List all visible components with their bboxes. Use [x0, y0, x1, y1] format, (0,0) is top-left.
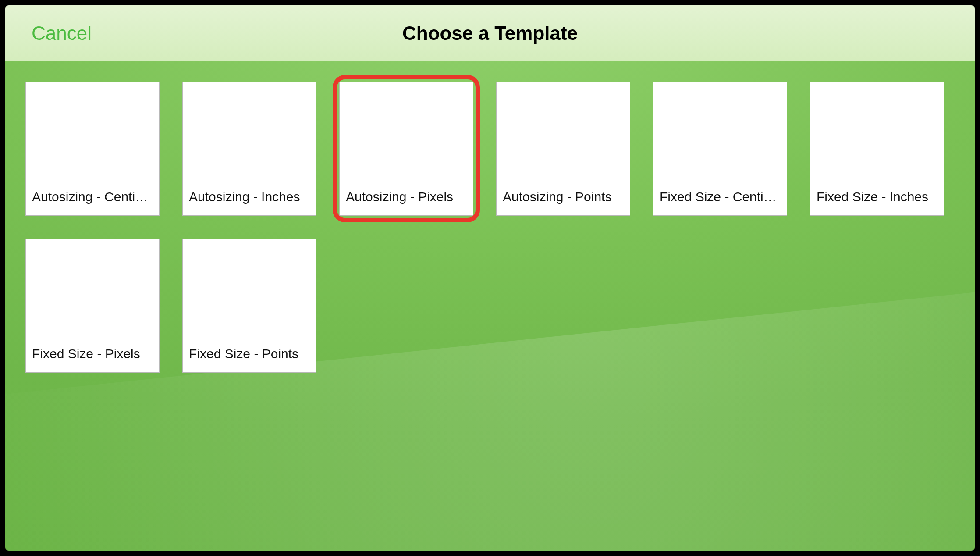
template-preview	[183, 239, 316, 335]
template-card[interactable]: Autosizing - Points	[496, 82, 630, 216]
template-label: Fixed Size - Inches	[810, 178, 944, 215]
template-card[interactable]: Autosizing - Centi…	[25, 82, 160, 216]
app-frame: Cancel Choose a Template Autosizing - Ce…	[0, 0, 980, 556]
template-card[interactable]: Autosizing - Inches	[182, 82, 316, 216]
page-title: Choose a Template	[5, 22, 975, 44]
template-grid: Autosizing - Centi…Autosizing - InchesAu…	[5, 61, 975, 393]
template-label: Autosizing - Inches	[183, 178, 316, 215]
template-label: Fixed Size - Pixels	[26, 335, 159, 372]
template-label: Autosizing - Points	[497, 178, 630, 215]
template-preview	[183, 82, 316, 178]
template-card[interactable]: Fixed Size - Inches	[810, 82, 944, 216]
template-card[interactable]: Fixed Size - Centi…	[653, 82, 787, 216]
template-preview	[653, 82, 787, 178]
template-label: Fixed Size - Points	[183, 335, 316, 372]
template-label: Fixed Size - Centi…	[653, 178, 787, 215]
template-chooser-window: Cancel Choose a Template Autosizing - Ce…	[5, 5, 975, 551]
template-label: Autosizing - Centi…	[26, 178, 159, 215]
template-preview	[810, 82, 944, 178]
header-bar: Cancel Choose a Template	[5, 5, 975, 61]
template-label: Autosizing - Pixels	[340, 178, 473, 215]
template-card[interactable]: Autosizing - Pixels	[339, 82, 473, 216]
template-card[interactable]: Fixed Size - Pixels	[25, 239, 160, 373]
template-preview	[26, 239, 159, 335]
template-preview	[26, 82, 159, 178]
cancel-button[interactable]: Cancel	[32, 22, 92, 44]
template-card[interactable]: Fixed Size - Points	[182, 239, 316, 373]
template-preview	[497, 82, 630, 178]
template-preview	[340, 82, 473, 178]
content-area: Autosizing - Centi…Autosizing - InchesAu…	[5, 61, 975, 551]
